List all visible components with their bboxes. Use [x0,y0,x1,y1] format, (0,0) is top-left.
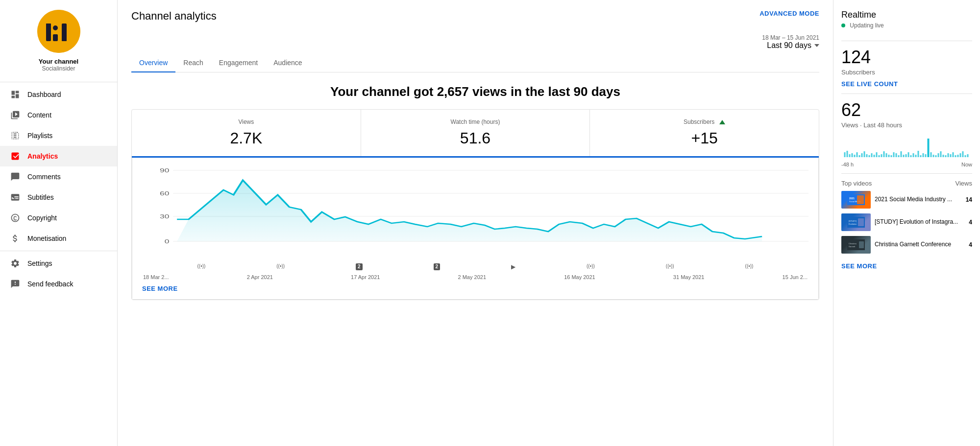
svg-text:0: 0 [165,238,170,244]
tab-reach[interactable]: Reach [175,54,211,72]
sidebar-divider-2 [0,251,117,251]
metric-card-views[interactable]: Views 2.7K [132,110,361,156]
svg-rect-62 [957,155,959,157]
svg-rect-23 [861,153,863,157]
svg-point-4 [53,25,58,30]
svg-text:90: 90 [160,167,169,173]
date-range-value[interactable]: Last 90 days [131,41,819,50]
date-range-label: 18 Mar – 15 Jun 2021 [131,34,819,41]
chart-svg: 90 60 30 0 [142,165,808,263]
sidebar-item-monetisation[interactable]: Monetisation [0,228,117,249]
feedback-icon [10,279,21,289]
x-label-7: 15 Jun 2... [783,274,808,280]
svg-rect-56 [943,155,944,157]
svg-rect-41 [906,154,907,157]
sidebar-item-label-copyright: Copyright [27,214,57,222]
channel-sub: Socialinsider [42,65,75,72]
sidebar-item-label-send-feedback: Send feedback [27,280,73,288]
svg-rect-26 [869,155,870,157]
sidebar-item-send-feedback[interactable]: Send feedback [0,274,117,294]
right-panel: Realtime Updating live 124 Subscribers S… [833,0,980,446]
realtime-header: Realtime Updating live [841,10,972,35]
svg-rect-38 [898,155,900,157]
video-row-2[interactable]: [STUDY] Evolution [STUDY] Evolution of I… [841,213,972,231]
x-label-5: 16 May 2021 [564,274,595,280]
svg-rect-39 [901,151,902,157]
advanced-mode-link[interactable]: ADVANCED MODE [760,10,819,17]
right-divider-3 [841,173,972,174]
svg-rect-31 [881,154,882,157]
svg-rect-46 [918,151,919,157]
svg-rect-63 [960,153,961,157]
video-row-3[interactable]: Christina Garnett Christina Garnett Conf… [841,236,972,254]
see-live-count-link[interactable]: SEE LIVE COUNT [841,80,898,88]
right-divider-1 [841,41,972,41]
svg-text:Evolution: Evolution [849,223,857,225]
tabs: Overview Reach Engagement Audience [131,54,819,72]
svg-text:2021: 2021 [849,197,855,200]
comments-icon [10,171,21,182]
metric-value-views: 2.7K [142,129,351,147]
svg-rect-49 [925,154,927,157]
monetisation-icon [10,233,21,244]
svg-rect-44 [913,153,914,157]
sidebar-divider [0,82,117,82]
svg-rect-35 [891,155,892,157]
see-more-link[interactable]: SEE MORE [142,280,178,294]
right-divider-2 [841,94,972,94]
trend-up-icon [719,120,725,124]
chevron-down-icon [814,44,819,47]
main-content: Channel analytics ADVANCED MODE 18 Mar –… [118,0,833,446]
sidebar-item-subtitles[interactable]: Subtitles [0,187,117,208]
sidebar-item-analytics[interactable]: Analytics [0,146,117,166]
svg-rect-47 [920,155,922,157]
sidebar-item-label-analytics: Analytics [27,152,58,160]
video-title-3: Christina Garnett Conference [875,241,958,249]
sidebar-item-copyright[interactable]: Copyright [0,208,117,228]
live-dot [841,23,845,27]
sidebar-item-content[interactable]: Content [0,105,117,125]
mini-chart-end: Now [961,162,972,167]
metric-card-subscribers[interactable]: Subscribers +15 [590,110,819,156]
mini-chart-labels: -48 h Now [841,162,972,167]
svg-text:[STUDY]: [STUDY] [849,220,857,222]
svg-rect-27 [871,153,873,157]
svg-rect-45 [915,155,917,157]
sidebar-item-comments[interactable]: Comments [0,166,117,187]
sidebar-item-label-content: Content [27,111,51,119]
right-see-more-link[interactable]: SEE MORE [841,262,877,270]
realtime-subscribers-number: 124 [841,47,972,68]
video-views-1: 14 [962,196,972,203]
svg-rect-65 [965,155,966,157]
copyright-icon [10,212,21,223]
video-row-1[interactable]: 2021 Social Media 2021 Social Media Indu… [841,191,972,209]
svg-rect-6 [62,37,67,41]
mini-chart-start: -48 h [841,162,854,167]
sidebar-item-dashboard[interactable]: Dashboard [0,84,117,105]
subtitles-icon [10,192,21,203]
svg-rect-57 [945,155,947,157]
marker-play: ▶ [511,263,515,270]
realtime-title: Realtime [841,10,884,20]
svg-rect-16 [844,152,846,157]
svg-rect-74 [858,218,864,226]
sidebar-item-settings[interactable]: Settings [0,253,117,274]
mini-chart-svg [841,134,972,158]
metric-value-subscribers: +15 [600,129,809,147]
sidebar-item-playlists[interactable]: Playlists [0,125,117,146]
channel-name: Your channel [39,58,78,65]
settings-icon [10,258,21,269]
svg-rect-2 [46,23,51,28]
tab-overview[interactable]: Overview [131,54,175,72]
x-label-6: 31 May 2021 [673,274,705,280]
svg-rect-37 [896,153,897,157]
hero-text: Your channel got 2,657 views in the last… [131,84,819,99]
tab-engagement[interactable]: Engagement [211,54,266,72]
metric-label-subscribers: Subscribers [600,118,809,125]
top-videos-label: Top videos [841,180,872,187]
svg-rect-70 [857,195,864,204]
tab-audience[interactable]: Audience [266,54,310,72]
realtime-title-block: Realtime Updating live [841,10,884,35]
svg-rect-34 [888,155,890,157]
metric-card-watchtime[interactable]: Watch time (hours) 51.6 [361,110,590,156]
